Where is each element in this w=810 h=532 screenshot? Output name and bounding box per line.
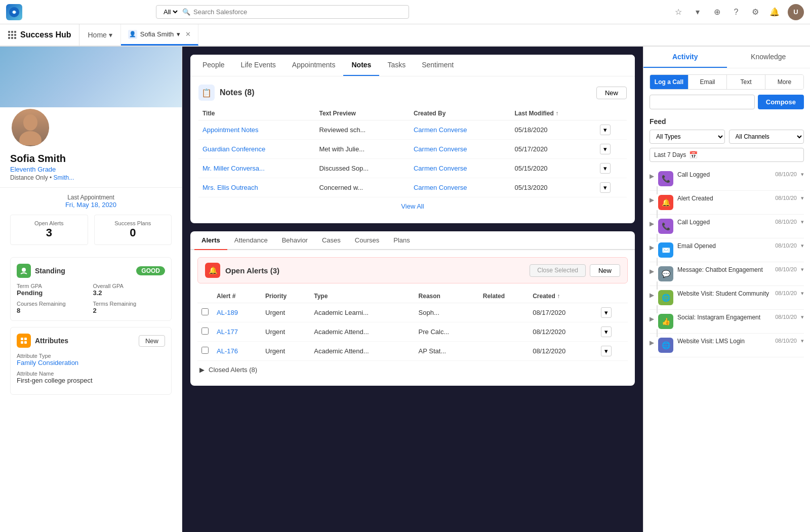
compose-input[interactable] — [650, 95, 755, 109]
search-input[interactable] — [193, 8, 403, 16]
note-row-dropdown[interactable]: ▾ — [600, 144, 611, 154]
tab-behavior[interactable]: Behavior — [275, 231, 315, 250]
favorites-icon[interactable]: ☆ — [672, 6, 684, 18]
closed-alerts-row[interactable]: ▶ Closed Alerts (8) — [197, 361, 628, 379]
tab-plans[interactable]: Plans — [386, 231, 417, 250]
overall-gpa: Overall GPA 3.2 — [93, 283, 166, 297]
add-icon[interactable]: ⊕ — [711, 6, 723, 18]
home-dropdown-icon[interactable]: ▾ — [109, 31, 112, 39]
search-bar[interactable]: All 🔍 — [156, 5, 409, 19]
feed-item-expand-btn[interactable]: ▾ — [801, 242, 804, 249]
compose-button[interactable]: Compose — [758, 95, 804, 109]
alert-checkbox[interactable] — [201, 328, 209, 335]
alert-id-link[interactable]: AL-176 — [217, 347, 238, 355]
expand-chevron[interactable]: ▶ — [650, 220, 654, 227]
note-title-link[interactable]: Appointment Notes — [202, 126, 259, 134]
alerts-new-button[interactable]: New — [590, 264, 620, 277]
note-created-by[interactable]: Carmen Converse — [414, 165, 467, 172]
table-row: AL-177 Urgent Academic Attend... Pre Cal… — [197, 322, 628, 342]
alert-icon: 🔔 — [205, 263, 220, 278]
tab-attendance[interactable]: Attendance — [227, 231, 275, 250]
note-preview: Discussed Sop... — [315, 159, 410, 178]
feed-item-expand-btn[interactable]: ▾ — [801, 290, 804, 297]
profile-link[interactable]: Smith... — [54, 174, 74, 181]
feed-channel-filter[interactable]: All Channels — [729, 130, 804, 144]
sofia-smith-tab[interactable]: 👤 Sofia Smith ▾ ✕ — [121, 24, 198, 46]
view-all-notes[interactable]: View All — [198, 197, 627, 215]
note-row-dropdown[interactable]: ▾ — [600, 125, 611, 135]
tab-cases[interactable]: Cases — [315, 231, 348, 250]
note-created-by[interactable]: Carmen Converse — [414, 126, 467, 134]
expand-chevron[interactable]: ▶ — [650, 268, 654, 275]
last-appt-date[interactable]: Fri, May 18, 2020 — [10, 201, 172, 209]
alert-id-link[interactable]: AL-177 — [217, 328, 238, 336]
tab-notes[interactable]: Notes — [343, 55, 379, 76]
more-tab[interactable]: More — [765, 75, 803, 89]
feed-item: ▶ ✉️ Email Opened 08/10/20 ▾ — [650, 238, 804, 262]
alert-id-link[interactable]: AL-189 — [217, 309, 238, 316]
expand-chevron[interactable]: ▶ — [650, 339, 654, 346]
tab-alerts[interactable]: Alerts — [194, 231, 227, 250]
search-scope-select[interactable]: All — [161, 8, 179, 16]
grid-menu-icon[interactable] — [8, 31, 16, 39]
feed-item-label: Alert Created — [677, 195, 771, 202]
alert-row-dropdown[interactable]: ▾ — [601, 326, 612, 337]
tab-life-events[interactable]: Life Events — [233, 55, 284, 76]
note-title-link[interactable]: Mrs. Ellis Outreach — [202, 184, 258, 191]
date-filter[interactable]: Last 7 Days 📅 — [650, 148, 804, 162]
gpa-grid: Term GPA Pending Overall GPA 3.2 Courses… — [17, 283, 165, 314]
stats-section: Last Appointment Fri, May 18, 2020 Open … — [0, 187, 182, 251]
close-selected-button[interactable]: Close Selected — [530, 264, 586, 277]
feed-item-expand-btn[interactable]: ▾ — [801, 266, 804, 273]
tab-sentiment[interactable]: Sentiment — [414, 55, 462, 76]
feed-item-expand-btn[interactable]: ▾ — [801, 314, 804, 320]
favorites-dropdown-icon[interactable]: ▾ — [692, 6, 704, 18]
notes-new-button[interactable]: New — [596, 87, 627, 99]
attr-type-value[interactable]: Family Consideration — [17, 359, 165, 366]
feed-item-expand-btn[interactable]: ▾ — [801, 219, 804, 225]
feed-item-icon: 👍 — [658, 314, 673, 329]
tab-close-icon[interactable]: ✕ — [185, 30, 191, 38]
note-row-dropdown[interactable]: ▾ — [600, 182, 611, 193]
profile-grade[interactable]: Eleventh Grade — [10, 166, 172, 173]
settings-icon[interactable]: ⚙ — [749, 6, 761, 18]
expand-chevron[interactable]: ▶ — [650, 244, 654, 251]
alert-checkbox[interactable] — [201, 308, 209, 315]
tab-dropdown-icon[interactable]: ▾ — [177, 30, 180, 38]
alert-row-dropdown[interactable]: ▾ — [601, 346, 612, 356]
feed-item-expand-btn[interactable]: ▾ — [801, 171, 804, 178]
notifications-icon[interactable]: 🔔 — [768, 6, 781, 18]
profile-detail: Distance Only • Smith... — [10, 174, 172, 181]
attributes-title: Attributes — [17, 334, 68, 348]
attributes-new-button[interactable]: New — [139, 335, 165, 347]
note-title-link[interactable]: Mr. Miller Conversa... — [202, 165, 265, 172]
note-preview: Reviewed sch... — [315, 120, 410, 140]
text-tab[interactable]: Text — [727, 75, 765, 89]
feed-item: ▶ 🌐 Website Visit: Student Community 08/… — [650, 286, 804, 310]
note-created-by[interactable]: Carmen Converse — [414, 184, 467, 191]
feed-item-expand-btn[interactable]: ▾ — [801, 195, 804, 201]
tab-people[interactable]: People — [194, 55, 233, 76]
expand-chevron[interactable]: ▶ — [650, 173, 654, 180]
help-icon[interactable]: ? — [730, 6, 742, 18]
email-tab[interactable]: Email — [688, 75, 727, 89]
tab-activity[interactable]: Activity — [643, 47, 727, 68]
attributes-header: Attributes New — [17, 334, 165, 348]
tab-appointments[interactable]: Appointments — [284, 55, 344, 76]
note-created-by[interactable]: Carmen Converse — [414, 145, 467, 153]
feed-item-expand-btn[interactable]: ▾ — [801, 338, 804, 344]
expand-chevron[interactable]: ▶ — [650, 292, 654, 299]
tab-knowledge[interactable]: Knowledge — [727, 47, 811, 68]
expand-chevron[interactable]: ▶ — [650, 315, 654, 322]
expand-chevron[interactable]: ▶ — [650, 196, 654, 203]
home-nav-item[interactable]: Home ▾ — [79, 24, 120, 46]
alert-checkbox[interactable] — [201, 347, 209, 354]
alert-row-dropdown[interactable]: ▾ — [601, 307, 612, 318]
tab-courses[interactable]: Courses — [348, 231, 386, 250]
log-call-tab[interactable]: Log a Call — [650, 75, 688, 89]
user-avatar[interactable]: U — [788, 4, 804, 20]
feed-type-filter[interactable]: All Types — [650, 130, 725, 144]
note-row-dropdown[interactable]: ▾ — [600, 163, 611, 174]
note-title-link[interactable]: Guardian Conference — [202, 145, 265, 153]
tab-tasks[interactable]: Tasks — [379, 55, 414, 76]
